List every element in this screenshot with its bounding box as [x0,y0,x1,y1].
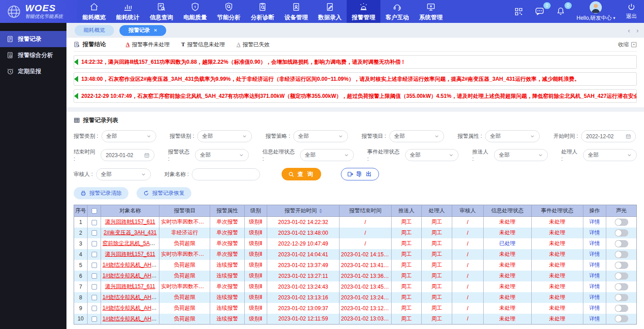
filter-control[interactable]: 全部 [197,130,252,142]
filter-control[interactable]: 全部 [405,149,459,161]
detail-link[interactable]: 详情 [589,305,600,311]
detail-link[interactable]: 详情 [589,272,600,279]
row-checkbox[interactable] [92,241,97,246]
cell-handler: 周工 [422,260,452,271]
filter-event-unhandled[interactable]: A 报警事件未处理 [126,41,170,48]
object-name-link[interactable]: 潞兴回路Ⅱ线157_611 [105,251,155,257]
nav-item-energy-saving-analysis[interactable]: 节能分析 [212,0,246,23]
notifications-bell-icon[interactable]: 0 [556,6,566,17]
cell-event-status: 未处理 [531,303,583,314]
sound-light-toggle[interactable] [615,262,628,269]
clear-brush-icon [80,190,86,196]
object-name-link[interactable]: 潞兴回路Ⅱ线157_611 [105,219,155,225]
sound-light-toggle[interactable] [615,315,628,322]
object-name-link[interactable]: 1#烧结冷却风机_AH6_... [102,272,159,279]
nav-item-power-quality[interactable]: 电能质量 [178,0,212,23]
object-name-link[interactable]: 潞兴回路Ⅱ线157_611 [105,283,155,290]
filter-control[interactable]: 全部 [583,149,637,161]
tabs-scroll-right-icon[interactable]: › [636,27,639,34]
object-name-link[interactable]: 1#烧结冷却风机_AH6_... [102,305,159,311]
filter-control[interactable]: 全部 [101,130,156,142]
sound-light-toggle[interactable] [615,272,628,280]
cell-info-status: 未处理 [484,217,532,228]
row-checkbox[interactable] [92,263,97,268]
nav-item-data-entry[interactable]: 数据录入 [313,0,347,23]
nav-item-energy-overview[interactable]: 能耗概览 [77,0,111,23]
restore-records-button[interactable]: 报警记录恢复 [137,187,191,199]
detail-link[interactable]: 详情 [589,283,600,290]
tabs-scroll-left-icon[interactable]: ‹ [628,27,630,34]
logout-button[interactable]: 退出 [626,3,637,20]
filter-control[interactable]: 2023-01-02 [101,149,154,161]
row-checkbox[interactable] [92,230,97,236]
user-menu[interactable]: Hello,研发中心 ▾ [577,1,615,22]
tab-energy-overview[interactable]: 能耗概览 [75,25,114,36]
sound-light-toggle[interactable] [615,305,628,312]
cell-project: 实时功率因数不达标 [159,217,210,228]
tab-alarm-records[interactable]: 报警记录 ✕ [119,25,166,36]
nav-item-device-management[interactable]: 设备管理 [279,0,313,23]
top-navbar: WOES 智能优化节能系统 能耗概览 能耗统计 信息查询 电能质量 节能分析 分… [0,0,644,23]
messages-icon[interactable]: 0 [534,6,545,17]
select-all-checkbox[interactable] [92,208,97,214]
row-checkbox[interactable] [92,220,97,225]
sound-light-toggle[interactable] [615,294,628,301]
row-checkbox[interactable] [92,316,97,322]
filter-control[interactable]: 全部 [494,149,548,161]
sound-light-toggle[interactable] [615,283,628,290]
sidebar-item-alarm-analysis[interactable]: 报警综合分析 [0,47,66,63]
row-checkbox[interactable] [92,306,97,311]
nav-item-customer-interaction[interactable]: 客户互动 [380,0,414,23]
filter-field: 处理人 : 全部 [561,148,637,162]
row-checkbox[interactable] [92,284,97,290]
clear-records-button[interactable]: 报警记录清除 [74,187,128,199]
detail-link[interactable]: 详情 [589,294,600,300]
filter-control[interactable]: 全部 [485,130,540,142]
detail-link[interactable]: 详情 [589,240,600,246]
filter-control[interactable]: 全部 [195,149,249,161]
nav-item-alarm-management[interactable]: 报警管理 [347,0,380,23]
object-name-input[interactable] [192,168,260,180]
filter-control[interactable]: 全部 [96,168,151,180]
filter-info-unhandled[interactable]: T 报警信息未处理 [181,41,225,48]
sound-light-toggle[interactable] [615,240,628,247]
sidebar-item-alarm-records[interactable]: 报警记录 [0,31,66,47]
filter-control[interactable]: 2022-12-02 [581,130,636,142]
object-name-link[interactable]: 1#烧结冷却风机_AH6_... [102,294,159,300]
object-name-link[interactable]: 窑前除尘北风机_5AH_... [102,240,159,246]
sidebar-item-periodic-report[interactable]: 定期呈报 [0,63,66,79]
qr-code-icon[interactable] [514,7,524,17]
detail-link[interactable]: 详情 [589,262,600,268]
cell-event-status: 未处理 [531,228,583,238]
row-checkbox[interactable] [92,273,97,279]
sound-light-toggle[interactable] [615,251,628,258]
nav-item-system-management[interactable]: 系统管理 [414,0,448,23]
filter-control[interactable]: 全部 [389,130,444,142]
filter-control[interactable]: 全部 [293,130,348,142]
filter-label: 报警级别 : [170,132,194,140]
nav-item-analysis-diagnosis[interactable]: 分析诊断 [246,0,279,23]
sort-icon[interactable] [319,209,322,213]
filter-alarm-expired[interactable]: A 报警已失效 [237,41,270,48]
detail-link[interactable]: 详情 [589,316,600,322]
row-checkbox[interactable] [92,252,97,257]
object-name-link[interactable]: 2#南变压器_3AH_431 [104,229,157,236]
nav-item-info-query[interactable]: 信息查询 [145,0,178,23]
sound-light-toggle[interactable] [615,219,628,226]
detail-link[interactable]: 详情 [589,229,600,236]
filter-control[interactable]: 全部 [300,149,354,161]
object-name-link[interactable]: 1#烧结冷却风机_AH6_... [102,262,159,268]
col-start-time[interactable]: 报警开始时间 [267,205,340,217]
object-name-link[interactable]: 1#烧结冷却风机_AH6_... [102,316,159,322]
cell-info-status: 未处理 [484,228,532,238]
sound-light-toggle[interactable] [615,229,628,237]
close-icon[interactable]: ✕ [154,28,157,33]
search-button[interactable]: 查 询 [282,168,321,180]
cell-sound-light [606,314,637,325]
nav-item-energy-stats[interactable]: 能耗统计 [111,0,145,23]
export-button[interactable]: 导 出 [341,168,379,180]
collapse-button[interactable]: 收缩 [618,41,637,48]
detail-link[interactable]: 详情 [589,219,600,225]
row-checkbox[interactable] [92,295,97,300]
detail-link[interactable]: 详情 [589,251,600,257]
